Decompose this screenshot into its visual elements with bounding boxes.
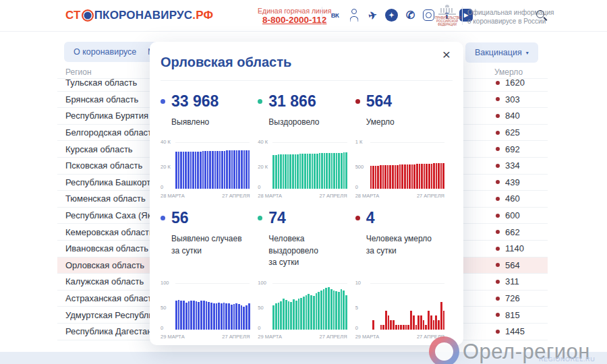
green-dot-icon <box>258 99 262 104</box>
died-value: 1620 <box>505 78 525 88</box>
blue-dot-icon <box>161 216 165 220</box>
header-divider <box>322 7 322 25</box>
site-logo[interactable]: СТПКОРОНАВИРУС.РФ <box>65 9 213 22</box>
died-cell: 726 <box>496 293 548 303</box>
bar-plot <box>272 283 347 330</box>
stat-label: Умерло <box>366 117 453 128</box>
died-value: 1140 <box>505 243 524 253</box>
logo-text-st: СТ <box>65 9 81 22</box>
gov-building-icon <box>445 5 449 7</box>
stat-recovered-total: 31 866 Выздоровело <box>258 92 355 128</box>
died-cell: 625 <box>496 127 548 138</box>
died-cell: 1620 <box>496 78 548 88</box>
ok-icon[interactable] <box>347 9 360 22</box>
died-value: 726 <box>505 293 520 303</box>
died-dot-icon <box>496 230 500 234</box>
died-dot-icon <box>496 147 500 151</box>
died-dot-icon <box>496 97 500 101</box>
vk-icon[interactable]: ВК <box>328 9 341 22</box>
stat-confirmed-total: 33 968 Выявлено <box>161 92 258 128</box>
died-dot-icon <box>496 131 500 135</box>
viber-icon[interactable]: ✆ <box>404 9 417 22</box>
died-dot-icon <box>496 214 500 218</box>
stat-label: Выявлено <box>171 117 258 128</box>
virus-icon <box>82 9 94 22</box>
logo-text-rf: .РФ <box>192 9 213 22</box>
green-dot-icon <box>258 216 262 220</box>
chart-confirmed-total: 40 К 20 К 0 28 МАРТА 27 АПРЕЛЯ <box>161 136 258 200</box>
died-dot-icon <box>496 197 500 201</box>
died-cell: 334 <box>496 160 548 171</box>
died-cell: 600 <box>496 210 548 220</box>
instagram-icon[interactable] <box>423 9 434 21</box>
bar-plot <box>370 283 444 330</box>
daily-charts-row: 100 50 0 29 МАРТА 27 АПРЕЛЯ 100 50 0 29 … <box>161 277 453 340</box>
died-dot-icon <box>496 297 500 301</box>
red-dot-icon <box>355 99 360 104</box>
died-value: 439 <box>505 177 520 187</box>
government-emblem[interactable]: ПРАВИТЕЛЬСТВО РОССИЙСКОЙ ФЕДЕРАЦИИ <box>435 5 459 27</box>
died-dot-icon <box>496 114 500 118</box>
bar-plot <box>272 142 347 189</box>
chevron-down-icon: ▾ <box>526 50 529 56</box>
died-value: 815 <box>505 310 520 320</box>
died-dot-icon <box>496 164 500 168</box>
died-dot-icon <box>496 247 500 251</box>
totals-charts-row: 40 К 20 К 0 28 МАРТА 27 АПРЕЛЯ 40 К 20 К… <box>161 136 453 200</box>
close-icon[interactable]: × <box>438 46 455 63</box>
blue-dot-icon <box>161 99 165 104</box>
died-dot-icon <box>496 263 500 267</box>
search-icon[interactable] <box>536 9 548 22</box>
died-cell: 1445 <box>496 326 548 336</box>
nav-vaccination[interactable]: Вакцинация ▾ <box>465 42 538 63</box>
chart-died-daily: 10 5 0 29 МАРТА 27 АПРЕЛЯ <box>355 277 453 340</box>
gov-caption: ПРАВИТЕЛЬСТВО РОССИЙСКОЙ ФЕДЕРАЦИИ <box>435 16 459 27</box>
died-cell: 692 <box>496 144 548 154</box>
died-cell: 439 <box>496 177 548 187</box>
chart-confirmed-daily: 100 50 0 29 МАРТА 27 АПРЕЛЯ <box>161 277 258 340</box>
died-value: 662 <box>505 227 520 237</box>
stat-recovered-daily: 74 Человека выздоровелоза сутки <box>258 209 355 268</box>
orel-region-logo-icon <box>429 336 459 364</box>
chart-died-total: 1 К 500 0 28 МАРТА 27 АПРЕЛЯ <box>355 136 453 200</box>
watermark-site: REGIONOREL.RU <box>539 356 595 363</box>
chart-recovered-daily: 100 50 0 29 МАРТА 27 АПРЕЛЯ <box>258 277 355 340</box>
died-dot-icon <box>496 180 500 184</box>
stat-confirmed-daily: 56 Выявлено случаевза сутки <box>161 209 258 268</box>
dzen-icon[interactable]: ✦ <box>385 9 398 22</box>
stat-value: 56 <box>171 209 189 227</box>
died-value: 564 <box>505 260 520 270</box>
died-value: 625 <box>505 127 520 138</box>
daily-row: 56 Выявлено случаевза сутки 74 Человека … <box>161 209 453 268</box>
telegram-icon[interactable]: ✈ <box>365 7 380 23</box>
logo-text-main: ПКОРОНАВИРУС <box>94 9 193 22</box>
died-cell: 303 <box>496 94 548 104</box>
modal-title: Орловская область <box>161 42 453 70</box>
died-dot-icon <box>496 330 500 334</box>
died-cell: 662 <box>496 227 548 237</box>
hotline-label: Единая горячая линия <box>258 7 331 15</box>
red-dot-icon <box>355 216 360 220</box>
died-cell: 840 <box>496 111 548 121</box>
died-value: 600 <box>505 210 520 220</box>
died-value: 460 <box>505 193 520 204</box>
hotline-phone[interactable]: 8-800-2000-112 <box>258 15 331 25</box>
died-value: 334 <box>505 160 520 171</box>
died-cell: 1140 <box>496 243 548 253</box>
stat-value: 4 <box>366 209 375 227</box>
died-value: 303 <box>505 94 520 104</box>
died-value: 1445 <box>505 326 525 336</box>
bar-plot <box>175 283 250 330</box>
stat-value: 74 <box>268 209 286 227</box>
died-value: 840 <box>505 111 520 121</box>
stat-label: Человека выздоровелоза сутки <box>268 233 355 268</box>
site-header: СТПКОРОНАВИРУС.РФ Единая горячая линия 8… <box>0 0 607 32</box>
died-dot-icon <box>496 280 500 284</box>
bar-plot <box>175 142 250 189</box>
stat-value: 33 968 <box>171 92 219 111</box>
died-value: 311 <box>505 276 519 286</box>
stat-died-daily: 4 Человека умерлоза сутки <box>355 209 453 268</box>
region-column-header: Регион <box>65 67 92 77</box>
stat-label: Человека умерлоза сутки <box>366 233 453 257</box>
died-cell: 564 <box>496 260 548 270</box>
